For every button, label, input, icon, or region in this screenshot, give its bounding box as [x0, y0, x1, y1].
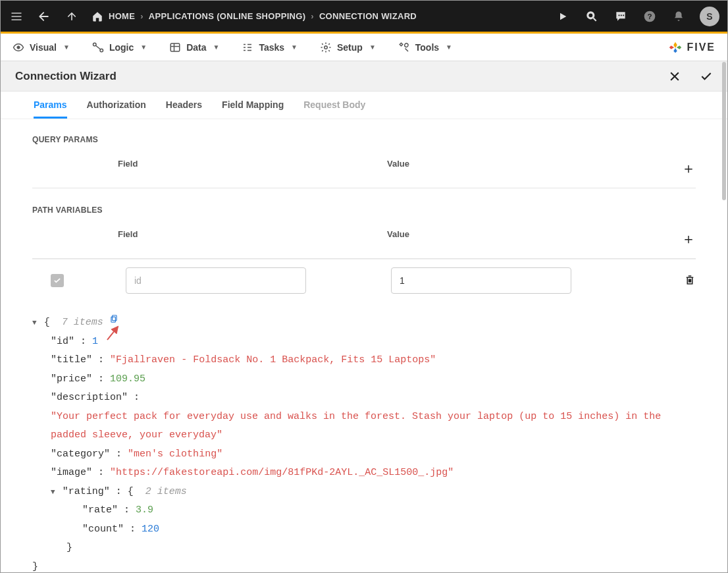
collapse-caret-icon[interactable]: ▼ — [51, 485, 55, 499]
logic-icon — [92, 41, 104, 53]
copy-icon[interactable] — [109, 312, 118, 321]
json-field-rating[interactable]: ▼ "rating" : { 2 items — [32, 483, 696, 502]
menu-tools[interactable]: Tools▼ — [398, 41, 452, 53]
tab-params[interactable]: Params — [34, 99, 67, 119]
avatar[interactable]: S — [700, 7, 719, 26]
path-field-input[interactable] — [126, 267, 306, 294]
json-field-image: "image" : "https://fakestoreapi.com/img/… — [32, 464, 696, 483]
svg-text:?: ? — [647, 12, 652, 20]
play-icon[interactable] — [555, 9, 571, 24]
confirm-check-icon[interactable] — [700, 70, 713, 83]
menu-label: Tools — [415, 42, 439, 53]
five-logo-icon — [668, 40, 683, 55]
help-icon[interactable]: ? — [642, 9, 658, 24]
tab-authorization[interactable]: Authorization — [87, 99, 146, 119]
menu-tasks[interactable]: Tasks▼ — [242, 41, 298, 53]
panel-header: Connection Wizard — [1, 61, 727, 92]
row-checkbox[interactable] — [51, 274, 64, 287]
json-meta: 2 items — [145, 486, 187, 497]
json-root[interactable]: ▼ { 7 items — [32, 314, 696, 333]
caret-down-icon: ▼ — [291, 43, 298, 51]
menu-label: Tasks — [259, 42, 284, 53]
json-field-description: "description" : "Your perfect pack for e… — [32, 389, 696, 445]
caret-down-icon: ▼ — [140, 43, 147, 51]
bell-icon[interactable] — [671, 9, 687, 24]
add-query-param-button[interactable]: ＋ — [656, 159, 696, 178]
json-field-count: "count" : 120 — [32, 520, 696, 539]
svg-point-3 — [621, 14, 622, 16]
chevron-right-icon: › — [311, 11, 314, 21]
svg-rect-14 — [111, 317, 115, 322]
breadcrumb-apps[interactable]: APPLICATIONS (ONLINE SHOPPING) — [149, 11, 305, 21]
caret-down-icon: ▼ — [446, 43, 452, 51]
up-icon[interactable] — [64, 9, 80, 24]
menu-label: Setup — [337, 42, 363, 53]
top-nav-bar: HOME › APPLICATIONS (ONLINE SHOPPING) › … — [1, 1, 727, 34]
panel-title: Connection Wizard — [15, 70, 668, 83]
check-icon — [53, 276, 62, 285]
menubar: Visual▼ Logic▼ Data▼ Tasks▼ Setup▼ Tools… — [1, 34, 727, 61]
brand-logo: FIVE — [668, 40, 715, 55]
menu-logic[interactable]: Logic▼ — [92, 41, 147, 53]
home-icon[interactable] — [91, 11, 103, 22]
brand-text: FIVE — [687, 41, 715, 53]
svg-point-1 — [588, 13, 592, 17]
eye-icon — [13, 41, 24, 53]
trash-icon — [684, 274, 696, 286]
add-path-variable-button[interactable]: ＋ — [656, 229, 696, 249]
path-variable-row — [32, 259, 696, 302]
gear-icon — [320, 41, 332, 53]
tab-request-body: Request Body — [303, 99, 365, 119]
json-field-id: "id" : 1 — [32, 333, 696, 352]
path-variables-label: PATH VARIABLES — [32, 205, 696, 215]
svg-point-11 — [325, 45, 328, 49]
menu-data[interactable]: Data▼ — [169, 41, 219, 53]
path-value-input[interactable] — [391, 267, 571, 294]
tools-icon — [398, 41, 410, 53]
column-field: Field — [118, 159, 387, 178]
chat-icon[interactable] — [613, 9, 629, 24]
tab-headers[interactable]: Headers — [166, 99, 202, 119]
menu-visual[interactable]: Visual▼ — [13, 41, 70, 53]
svg-rect-10 — [170, 43, 180, 51]
query-params-header: Field Value ＋ — [32, 155, 696, 188]
caret-down-icon: ▼ — [213, 43, 220, 51]
hamburger-icon[interactable] — [9, 9, 24, 24]
json-field-category: "category" : "men's clothing" — [32, 445, 696, 464]
avatar-initial: S — [706, 11, 712, 22]
svg-point-7 — [17, 45, 20, 49]
chevron-right-icon: › — [140, 11, 143, 21]
caret-down-icon: ▼ — [369, 43, 376, 51]
path-variables-header: Field Value ＋ — [32, 225, 696, 259]
query-params-label: QUERY PARAMS — [32, 135, 696, 144]
scrollbar-thumb[interactable] — [722, 62, 726, 200]
menu-label: Visual — [30, 42, 57, 53]
delete-row-button[interactable] — [684, 274, 696, 288]
caret-down-icon: ▼ — [63, 43, 70, 51]
breadcrumb-wizard[interactable]: CONNECTION WIZARD — [319, 11, 417, 21]
collapse-caret-icon[interactable]: ▼ — [32, 316, 37, 330]
json-brace-close: } — [32, 558, 696, 573]
table-icon — [169, 41, 181, 53]
svg-rect-13 — [112, 315, 116, 321]
tasks-icon — [242, 41, 253, 53]
breadcrumb: HOME › APPLICATIONS (ONLINE SHOPPING) › … — [91, 11, 417, 22]
json-response-viewer: ▼ { 7 items "id" : 1 "title" : "Fjallrav… — [32, 314, 696, 572]
search-icon[interactable] — [584, 9, 600, 24]
tabs: Params Authorization Headers Field Mappi… — [1, 92, 727, 119]
tab-field-mapping[interactable]: Field Mapping — [222, 99, 284, 119]
menu-label: Data — [186, 42, 206, 53]
breadcrumb-home[interactable]: HOME — [109, 11, 135, 21]
svg-point-4 — [623, 14, 624, 16]
json-brace-close: } — [32, 539, 696, 558]
menu-setup[interactable]: Setup▼ — [320, 41, 376, 53]
column-value: Value — [387, 159, 656, 178]
back-icon[interactable] — [36, 9, 52, 24]
content-area: QUERY PARAMS Field Value ＋ PATH VARIABLE… — [1, 119, 727, 572]
svg-point-2 — [618, 14, 619, 16]
json-field-rate: "rate" : 3.9 — [32, 501, 696, 520]
json-meta: 7 items — [62, 317, 103, 328]
svg-rect-12 — [689, 279, 692, 282]
column-field: Field — [118, 229, 387, 249]
close-icon[interactable] — [668, 70, 681, 83]
